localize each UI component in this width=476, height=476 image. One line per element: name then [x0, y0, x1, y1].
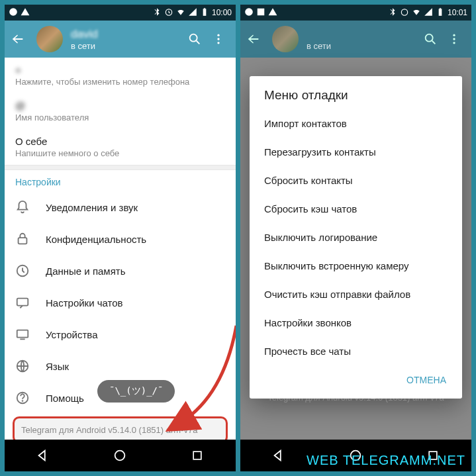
svg-point-7: [217, 42, 219, 44]
settings-item-label: Данные и память: [46, 265, 126, 277]
dialog-item[interactable]: Выключить встроенную камеру: [250, 252, 462, 280]
toast: ¯\_(ツ)_/¯: [97, 380, 175, 403]
search-button[interactable]: [418, 27, 442, 51]
svg-point-23: [453, 34, 455, 36]
bio-row[interactable]: О себе Напишите немного о себе: [5, 129, 236, 165]
svg-rect-11: [17, 330, 28, 338]
devices-icon: [15, 327, 30, 342]
dialog-item[interactable]: Очистить кэш отправки файлов: [250, 280, 462, 309]
bio-title: О себе: [15, 136, 225, 147]
debug-menu-dialog: Меню отладки Импорт контактов Перезагруз…: [250, 76, 462, 399]
status-bar: 10:00: [5, 5, 236, 21]
dialog-item[interactable]: Сбросить контакты: [250, 166, 462, 195]
svg-rect-3: [204, 8, 205, 9]
dialog-item[interactable]: Прочесть все чаты: [250, 337, 462, 365]
profile-name: david: [71, 28, 183, 41]
battery-icon: [436, 7, 445, 19]
nav-back-button[interactable]: [34, 446, 52, 465]
battery-icon: [200, 7, 209, 19]
svg-point-25: [453, 42, 455, 44]
more-button[interactable]: [207, 27, 230, 51]
avatar[interactable]: [272, 26, 299, 52]
back-button[interactable]: [10, 31, 26, 47]
notification-icon: [9, 7, 18, 19]
image-icon: [256, 7, 265, 19]
svg-point-22: [426, 34, 433, 42]
settings-item-label: Уведомления и звук: [46, 202, 138, 213]
lock-icon: [15, 232, 30, 246]
nav-back-button[interactable]: [269, 446, 288, 465]
settings-item-chat[interactable]: Настройки чатов: [5, 287, 236, 318]
settings-item-label: Конфиденциальность: [46, 234, 146, 245]
svg-rect-8: [19, 238, 27, 244]
nav-home-button[interactable]: [111, 446, 129, 465]
svg-rect-16: [193, 452, 201, 459]
svg-point-0: [9, 8, 17, 16]
profile-name: [307, 28, 418, 41]
bluetooth-icon: [152, 7, 162, 19]
phone-row[interactable]: + Нажмите, чтобы изменить номер телефона: [5, 58, 236, 93]
signal-icon: [188, 7, 197, 19]
username-caption: Имя пользователя: [15, 113, 225, 122]
dialog-cancel-button[interactable]: ОТМЕНА: [399, 369, 454, 391]
svg-rect-10: [17, 299, 28, 306]
watermark: WEB TELEGRAMM.NET: [307, 453, 465, 468]
phone-caption: Нажмите, чтобы изменить номер телефона: [15, 77, 225, 87]
svg-point-5: [217, 34, 219, 36]
search-button[interactable]: [183, 27, 207, 51]
bell-icon: [15, 200, 30, 214]
app-bar: david в сети: [5, 21, 236, 58]
settings-item-notifications[interactable]: Уведомления и звук: [5, 191, 236, 223]
dialog-title: Меню отладки: [250, 88, 462, 109]
svg-rect-21: [440, 8, 441, 9]
profile-status: в сети: [71, 41, 183, 51]
svg-point-4: [190, 34, 197, 42]
username-row[interactable]: @ Имя пользователя: [5, 93, 236, 129]
version-info[interactable]: Telegram для Android v5.14.0 (1851) arm-…: [13, 416, 228, 440]
dialog-item[interactable]: Импорт контактов: [250, 109, 462, 138]
dialog-item[interactable]: Сбросить кэш чатов: [250, 195, 462, 223]
svg-point-24: [453, 38, 455, 40]
avatar[interactable]: [36, 26, 63, 52]
bio-caption: Напишите немного о себе: [15, 148, 225, 158]
nav-recents-button[interactable]: [188, 446, 207, 465]
settings-item-privacy[interactable]: Конфиденциальность: [5, 223, 236, 255]
svg-rect-2: [203, 9, 207, 15]
alarm-icon: [400, 7, 409, 19]
settings-item-label: Устройства: [46, 329, 97, 340]
settings-item-language[interactable]: Язык: [5, 350, 236, 382]
more-button[interactable]: [442, 27, 466, 51]
android-navbar: [5, 440, 236, 471]
dialog-item[interactable]: Перезагрузить контакты: [250, 138, 462, 166]
chat-icon: [15, 295, 30, 310]
wifi-icon: [412, 7, 421, 19]
help-icon: [15, 391, 30, 405]
svg-point-6: [217, 38, 219, 40]
svg-rect-18: [258, 8, 265, 15]
phone-left: 10:00 david в сети + Нажмите, чтобы изме…: [5, 5, 236, 471]
settings-item-label: Настройки чатов: [46, 297, 123, 309]
settings-item-data[interactable]: Данные и память: [5, 255, 236, 287]
alarm-icon: [164, 7, 173, 19]
toast-text: ¯\_(ツ)_/¯: [109, 385, 163, 396]
bluetooth-icon: [388, 7, 397, 19]
settings-header: Настройки: [5, 170, 236, 191]
data-icon: [15, 263, 30, 278]
svg-point-19: [401, 9, 407, 15]
wifi-icon: [176, 7, 185, 19]
settings-item-label: Помощь: [46, 393, 84, 404]
warning-icon: [21, 7, 30, 19]
back-button[interactable]: [246, 31, 262, 47]
divider: [5, 165, 236, 170]
svg-point-17: [245, 8, 253, 16]
username-value: @: [15, 100, 225, 111]
phone-value: +: [15, 64, 225, 75]
app-bar: в сети: [240, 21, 471, 58]
phone-right: 10:01 в сети Telegram для Android v5.14.…: [240, 5, 471, 471]
profile-status: в сети: [307, 41, 418, 51]
dialog-item[interactable]: Выключить логирование: [250, 223, 462, 252]
dialog-item[interactable]: Настройки звонков: [250, 309, 462, 337]
notification-icon: [244, 7, 254, 19]
globe-icon: [15, 359, 30, 373]
settings-item-devices[interactable]: Устройства: [5, 318, 236, 350]
